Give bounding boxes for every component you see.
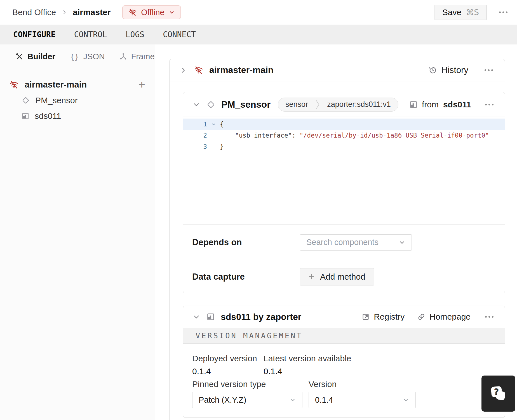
chevron-down-icon — [399, 239, 405, 246]
svg-text:?: ? — [494, 387, 499, 397]
chevron-down-icon[interactable] — [193, 313, 200, 320]
link-icon — [417, 313, 425, 321]
depends-on-label: Depends on — [192, 237, 300, 247]
history-icon — [429, 66, 437, 74]
history-label: History — [441, 65, 468, 75]
module-card-sds011: sds011 by zaporter Registry — [183, 306, 505, 418]
json-colon: : — [292, 132, 299, 139]
tree-item-airmaster-main[interactable]: airmaster-main + — [0, 77, 155, 93]
component-menu-button[interactable] — [483, 102, 495, 107]
mode-json[interactable]: {} JSON — [70, 52, 105, 61]
part-body: PM_sensor sensor zaporter:sds011:v1 — [170, 81, 505, 418]
tree-item-sds011[interactable]: sds011 — [0, 108, 155, 124]
tab-configure[interactable]: CONFIGURE — [13, 30, 56, 39]
mode-builder[interactable]: Builder — [16, 52, 55, 61]
pinned-version-type-select[interactable]: Patch (X.Y.Z) — [192, 392, 302, 408]
pill-divider-chevron-icon — [315, 98, 320, 112]
machine-status-dropdown[interactable]: Offline — [122, 5, 181, 19]
version-select[interactable]: 0.1.4 — [309, 392, 416, 408]
braces-icon: {} — [70, 52, 79, 61]
mode-frame[interactable]: Frame — [119, 52, 155, 61]
badge-type: sensor — [278, 100, 315, 109]
mode-frame-label: Frame — [131, 52, 155, 61]
json-string-value: "/dev/serial/by-id/usb-1a86_USB_Serial-i… — [299, 132, 489, 139]
wifi-off-icon — [10, 80, 18, 89]
depends-on-select[interactable]: Search components — [300, 234, 412, 251]
from-module-link[interactable]: from sds011 — [410, 100, 471, 109]
registry-link[interactable]: Registry — [362, 312, 405, 322]
module-icon — [410, 101, 417, 108]
help-button[interactable]: ? — [481, 376, 515, 412]
depends-on-placeholder: Search components — [306, 238, 379, 247]
save-shortcut: ⌘S — [466, 8, 479, 17]
top-bar: Bend Office airmaster Offline Save ⌘S — [0, 0, 517, 25]
fold-chevron-icon[interactable] — [207, 119, 220, 130]
tab-control[interactable]: CONTROL — [74, 30, 107, 39]
breadcrumb-machine: airmaster — [73, 8, 111, 17]
tree-child-label: PM_sensor — [35, 96, 78, 105]
pinned-version-type-value: Patch (X.Y.Z) — [199, 395, 246, 405]
module-card-header: sds011 by zaporter Registry — [183, 306, 505, 328]
data-capture-label: Data capture — [192, 272, 300, 282]
chevron-down-icon — [169, 9, 175, 15]
configure-main-area: airmaster-main History — [155, 44, 517, 420]
badge-model: zaporter:sds011:v1 — [320, 100, 398, 109]
from-module-name: sds011 — [443, 100, 471, 109]
latest-version-label: Latest version available — [264, 354, 351, 363]
line-number: 1 — [183, 119, 207, 130]
homepage-link[interactable]: Homepage — [417, 312, 471, 322]
help-question-icon: ? — [489, 384, 508, 403]
module-icon — [22, 112, 29, 120]
tree-root-label: airmaster-main — [25, 80, 87, 90]
part-section-airmaster-main: airmaster-main History — [169, 59, 505, 420]
wifi-off-icon — [194, 66, 203, 75]
overflow-menu-button[interactable] — [497, 10, 509, 15]
save-button[interactable]: Save ⌘S — [434, 5, 487, 20]
wifi-off-icon — [128, 8, 137, 16]
registry-label: Registry — [374, 312, 405, 322]
data-capture-row: Data capture + Add method — [183, 260, 505, 293]
config-sidebar: Builder {} JSON Frame — [0, 44, 155, 420]
machine-part-tree: airmaster-main + PM_sensor sds011 — [0, 69, 155, 124]
module-menu-button[interactable] — [483, 314, 495, 319]
latest-version-value: 0.1.4 — [264, 367, 351, 376]
mode-builder-label: Builder — [27, 52, 55, 61]
version-management-body: Deployed version 0.1.4 Latest version av… — [183, 344, 505, 417]
chevron-right-icon[interactable] — [180, 67, 187, 74]
main-tab-bar: CONFIGURE CONTROL LOGS CONNECT — [0, 25, 517, 44]
add-method-label: Add method — [320, 272, 365, 282]
code-line: 2 "usb_interface": "/dev/serial/by-id/us… — [183, 130, 505, 141]
tools-icon — [16, 53, 23, 60]
view-mode-switcher: Builder {} JSON Frame — [0, 44, 155, 69]
attributes-code-editor[interactable]: 1 { 2 "usb_interface": "/dev/serial/by-i… — [183, 117, 505, 224]
tree-item-pm-sensor[interactable]: PM_sensor — [0, 93, 155, 108]
topbar-actions: Save ⌘S — [434, 5, 509, 20]
tree-child-label: sds011 — [35, 111, 61, 121]
save-label: Save — [442, 8, 461, 17]
frame-axes-icon — [119, 53, 127, 60]
line-number: 3 — [183, 141, 207, 152]
chevron-down-icon[interactable] — [193, 101, 200, 108]
chevron-down-icon — [289, 397, 296, 403]
add-component-button[interactable]: + — [138, 79, 145, 91]
component-card-header: PM_sensor sensor zaporter:sds011:v1 — [183, 92, 505, 117]
pinned-version-type-label: Pinned version type — [192, 379, 309, 389]
add-method-button[interactable]: + Add method — [300, 268, 374, 285]
chevron-right-icon — [62, 10, 67, 15]
history-button[interactable]: History — [429, 65, 468, 75]
part-menu-button[interactable] — [483, 68, 495, 73]
module-title: sds011 by zaporter — [221, 312, 301, 322]
component-title: PM_sensor — [221, 99, 271, 110]
deployed-version-value: 0.1.4 — [192, 367, 264, 376]
component-type-badge: sensor zaporter:sds011:v1 — [278, 98, 398, 112]
external-link-icon — [362, 313, 370, 321]
tab-logs[interactable]: LOGS — [126, 30, 144, 39]
breadcrumb-org[interactable]: Bend Office — [12, 8, 56, 17]
tab-connect[interactable]: CONNECT — [163, 30, 196, 39]
version-management-section-header: VERSION MANAGEMENT — [183, 328, 505, 344]
homepage-label: Homepage — [429, 312, 471, 322]
from-label: from — [422, 100, 439, 109]
part-header: airmaster-main History — [170, 59, 505, 81]
part-title: airmaster-main — [209, 65, 273, 75]
version-value: 0.1.4 — [315, 395, 333, 405]
